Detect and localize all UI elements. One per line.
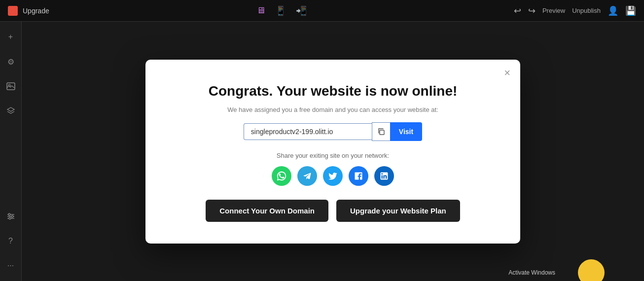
topbar-left: Upgrade: [8, 6, 49, 16]
modal-overlay: × Congrats. Your website is now online! …: [22, 22, 644, 281]
tablet-view-icon[interactable]: 📱: [275, 5, 286, 16]
media-icon[interactable]: [3, 79, 18, 94]
modal-title: Congrats. Your website is now online!: [175, 83, 491, 99]
layers-icon[interactable]: [3, 104, 18, 118]
unpublish-button[interactable]: Unpublish: [572, 7, 601, 14]
domain-input[interactable]: [244, 123, 372, 140]
svg-point-5: [8, 213, 10, 215]
domain-copy-button[interactable]: [372, 122, 390, 141]
share-icons-row: [175, 166, 491, 186]
connect-domain-button[interactable]: Connect Your Own Domain: [206, 200, 328, 222]
app-logo: [8, 6, 18, 16]
activate-windows-text: Activate Windows: [508, 269, 555, 276]
sliders-icon[interactable]: [3, 209, 18, 224]
main-layout: + ⚙ ? ···: [0, 22, 644, 281]
telegram-share-button[interactable]: [297, 166, 317, 186]
upgrade-plan-button[interactable]: Upgrade your Website Plan: [336, 200, 460, 222]
settings-icon[interactable]: ⚙: [3, 54, 18, 69]
sidebar: + ⚙ ? ···: [0, 22, 22, 281]
linkedin-share-button[interactable]: [374, 166, 394, 186]
svg-point-7: [9, 217, 11, 219]
domain-row: Visit: [175, 122, 491, 141]
whatsapp-share-button[interactable]: [272, 166, 291, 186]
domain-visit-button[interactable]: Visit: [390, 122, 422, 141]
topbar: Upgrade 🖥 📱 📲 ↩ ↪ Preview Unpublish 👤 💾: [0, 0, 644, 22]
modal-dialog: × Congrats. Your website is now online! …: [145, 60, 520, 244]
svg-point-6: [11, 215, 13, 217]
more-options-icon[interactable]: ···: [3, 258, 18, 273]
account-icon[interactable]: 👤: [608, 5, 618, 16]
action-buttons: Connect Your Own Domain Upgrade your Web…: [175, 200, 491, 222]
facebook-share-button[interactable]: [349, 166, 368, 186]
modal-close-button[interactable]: ×: [504, 68, 510, 78]
app-title: Upgrade: [23, 7, 49, 15]
undo-icon[interactable]: ↩: [514, 5, 521, 16]
topbar-right: ↩ ↪ Preview Unpublish 👤 💾: [514, 5, 636, 16]
help-icon[interactable]: ?: [3, 234, 18, 248]
add-icon[interactable]: +: [3, 30, 18, 44]
topbar-center: 🖥 📱 📲: [256, 5, 307, 16]
svg-rect-8: [380, 130, 384, 135]
desktop-view-icon[interactable]: 🖥: [256, 5, 265, 16]
canvas-area: × Congrats. Your website is now online! …: [22, 22, 644, 281]
modal-subtitle: We have assigned you a free domain and y…: [175, 106, 491, 113]
twitter-share-button[interactable]: [323, 166, 343, 186]
redo-icon[interactable]: ↪: [528, 5, 536, 16]
save-icon[interactable]: 💾: [625, 5, 636, 16]
mobile-view-icon[interactable]: 📲: [296, 5, 307, 16]
preview-button[interactable]: Preview: [542, 7, 565, 14]
share-label: Share your exiting site on your network:: [175, 152, 491, 159]
